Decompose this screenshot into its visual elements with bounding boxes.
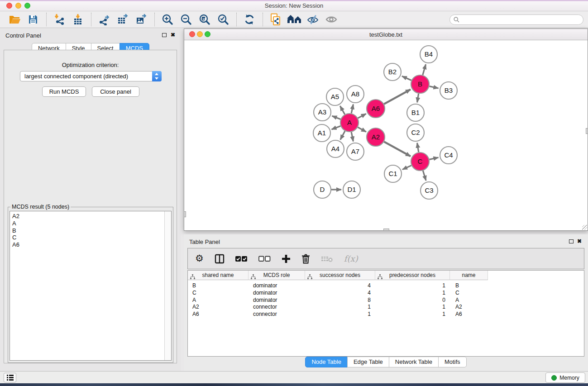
zoom-selected-icon[interactable] bbox=[216, 13, 230, 26]
graph-node-B1[interactable]: B1 bbox=[407, 104, 424, 121]
export-table-icon[interactable] bbox=[115, 13, 130, 26]
table-cell[interactable]: C bbox=[455, 289, 488, 296]
graph-node-A7[interactable]: A7 bbox=[347, 143, 364, 160]
table-cell[interactable]: 1 bbox=[375, 289, 445, 296]
table-cell[interactable]: A2 bbox=[455, 303, 488, 310]
graph-edge-A-A4[interactable] bbox=[340, 131, 345, 140]
table-cell[interactable]: C bbox=[192, 289, 248, 296]
column-header-shared-name[interactable]: shared name bbox=[188, 271, 249, 280]
memory-button[interactable]: Memory bbox=[545, 372, 585, 383]
delete-column-trash-icon[interactable] bbox=[301, 252, 310, 266]
table-cell[interactable]: dominator bbox=[253, 296, 304, 304]
mcds-list-scrollbar[interactable] bbox=[164, 211, 171, 360]
graph-node-B3[interactable]: B3 bbox=[440, 82, 457, 99]
graph-node-A2[interactable]: A2 bbox=[367, 128, 385, 146]
close-table-panel-icon[interactable]: ✖ bbox=[577, 238, 582, 244]
graph-edge-A-A2[interactable] bbox=[358, 127, 366, 132]
table-cell[interactable]: 4 bbox=[305, 289, 371, 296]
graph-edge-A6-B[interactable] bbox=[384, 90, 411, 104]
show-columns-icon[interactable] bbox=[215, 252, 225, 266]
network-canvas[interactable]: AA1A2A3A4A5A6A7A8BB1B2B3B4CC1C2C3C4DD1 bbox=[184, 41, 588, 230]
table-cell[interactable]: 1 bbox=[305, 303, 371, 310]
table-cell[interactable]: 0 bbox=[375, 296, 445, 304]
zoom-fit-icon[interactable] bbox=[197, 13, 212, 26]
mcds-result-item[interactable]: A6 bbox=[10, 241, 171, 248]
table-cell[interactable]: 1 bbox=[375, 282, 445, 289]
float-table-panel-icon[interactable] bbox=[569, 239, 574, 243]
graph-node-D[interactable]: D bbox=[314, 181, 331, 198]
table-cell[interactable]: 4 bbox=[305, 282, 371, 289]
first-neighbors-icon[interactable] bbox=[287, 13, 301, 26]
graph-node-A4[interactable]: A4 bbox=[327, 140, 344, 157]
destroy-table-icon[interactable] bbox=[321, 252, 333, 266]
graph-edge-C-C1[interactable] bbox=[402, 166, 411, 170]
table-cell[interactable]: connector bbox=[253, 310, 304, 318]
graph-edge-A-A1[interactable] bbox=[332, 126, 341, 129]
mcds-result-item[interactable]: C bbox=[10, 234, 171, 241]
show-all-eye-icon[interactable] bbox=[324, 13, 339, 26]
column-header-successor-nodes[interactable]: successor nodes bbox=[305, 271, 375, 280]
graph-node-B[interactable]: B bbox=[411, 75, 429, 93]
table-cell[interactable]: connector bbox=[253, 303, 304, 310]
graph-node-A8[interactable]: A8 bbox=[347, 86, 364, 103]
mcds-result-list[interactable]: A2ABCA6 bbox=[10, 211, 172, 361]
graph-node-D1[interactable]: D1 bbox=[343, 181, 360, 198]
table-cell[interactable]: B bbox=[192, 282, 248, 289]
table-cell[interactable]: A6 bbox=[455, 310, 488, 318]
resize-grip-left[interactable] bbox=[184, 211, 186, 217]
table-cell[interactable]: dominator bbox=[253, 282, 304, 289]
add-column-icon[interactable] bbox=[282, 252, 291, 266]
column-header-MCDS-role[interactable]: MCDS role bbox=[249, 271, 305, 280]
graph-node-B4[interactable]: B4 bbox=[420, 46, 437, 63]
graph-edge-C-C3[interactable] bbox=[423, 171, 426, 181]
graph-edge-B-B2[interactable] bbox=[402, 76, 411, 80]
graph-node-C1[interactable]: C1 bbox=[384, 165, 402, 182]
tab-edge-table[interactable]: Edge Table bbox=[347, 357, 389, 367]
table-cell[interactable]: A2 bbox=[192, 303, 248, 310]
table-cell[interactable]: 1 bbox=[305, 310, 371, 318]
graph-edge-C-C2[interactable] bbox=[417, 143, 419, 152]
refresh-view-icon[interactable] bbox=[242, 13, 257, 26]
graph-edge-C-C4[interactable] bbox=[430, 157, 439, 159]
tab-motifs[interactable]: Motifs bbox=[438, 357, 467, 367]
graph-node-C3[interactable]: C3 bbox=[421, 182, 438, 199]
graph-node-B2[interactable]: B2 bbox=[384, 63, 401, 81]
node-table[interactable]: shared nameMCDS rolesuccessor nodesprede… bbox=[187, 270, 584, 357]
mcds-result-item[interactable]: A bbox=[10, 220, 171, 227]
graph-node-C2[interactable]: C2 bbox=[407, 124, 424, 141]
graph-node-A6[interactable]: A6 bbox=[367, 100, 385, 118]
open-file-icon[interactable] bbox=[7, 13, 22, 26]
new-network-from-selection-icon[interactable] bbox=[268, 13, 283, 26]
table-cell[interactable]: 8 bbox=[305, 296, 371, 304]
graph-node-A5[interactable]: A5 bbox=[326, 88, 344, 105]
function-builder-icon[interactable]: f(x) bbox=[344, 252, 358, 266]
hide-selected-eye-slash-icon[interactable] bbox=[306, 13, 320, 26]
zoom-out-icon[interactable] bbox=[179, 13, 193, 26]
table-cell[interactable]: A6 bbox=[192, 310, 248, 318]
resize-corner-icon[interactable] bbox=[582, 225, 587, 230]
save-session-icon[interactable] bbox=[26, 13, 40, 26]
table-cell[interactable]: A bbox=[455, 296, 488, 304]
tab-node-table[interactable]: Node Table bbox=[305, 357, 348, 367]
export-network-icon[interactable] bbox=[97, 13, 111, 26]
graph-edge-B-B4[interactable] bbox=[423, 64, 426, 75]
table-cell[interactable]: B bbox=[455, 282, 488, 289]
float-panel-icon[interactable] bbox=[162, 33, 167, 37]
graph-edge-B-B1[interactable] bbox=[417, 94, 419, 103]
table-settings-gear-icon[interactable]: ⚙ bbox=[195, 252, 204, 266]
close-panel-button[interactable]: Close panel bbox=[92, 86, 139, 97]
graph-edge-A-A8[interactable] bbox=[351, 105, 353, 114]
graph-node-A1[interactable]: A1 bbox=[313, 124, 330, 142]
mcds-result-item[interactable]: A2 bbox=[10, 213, 171, 220]
graph-edge-A-A7[interactable] bbox=[351, 132, 353, 142]
graph-edge-A-A5[interactable] bbox=[340, 106, 344, 114]
optimization-criterion-select[interactable]: largest connected component (directed) bbox=[20, 71, 162, 81]
graph-node-A[interactable]: A bbox=[340, 114, 359, 132]
resize-grip-bottom[interactable] bbox=[383, 229, 389, 231]
graph-node-C[interactable]: C bbox=[411, 152, 429, 171]
graph-edge-A2-C[interactable] bbox=[384, 142, 411, 156]
graph-edge-A-A6[interactable] bbox=[358, 114, 366, 118]
zoom-in-icon[interactable] bbox=[160, 13, 175, 26]
close-panel-icon[interactable]: ✖ bbox=[171, 32, 175, 38]
table-cell[interactable]: A bbox=[192, 296, 248, 304]
